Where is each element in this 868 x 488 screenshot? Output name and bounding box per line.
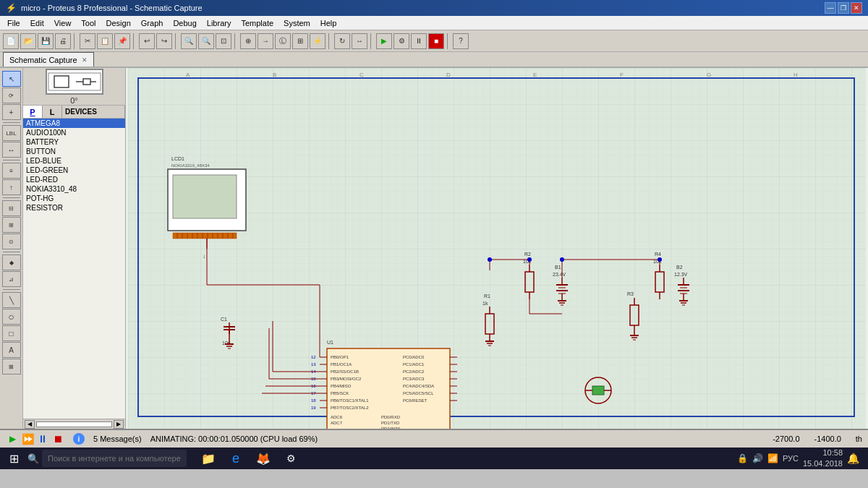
stop-btn[interactable]: ■: [428, 33, 444, 49]
search-box[interactable]: [42, 450, 187, 467]
resistor-btn[interactable]: ⊟: [2, 200, 21, 216]
mirror-btn[interactable]: ↔: [352, 33, 367, 49]
print-btn[interactable]: 🖨: [55, 33, 71, 49]
panel-tab-libs[interactable]: L: [43, 106, 62, 118]
scroll-right-btn[interactable]: ▶: [114, 420, 124, 429]
component-item[interactable]: BATTERY: [23, 137, 125, 147]
svg-text:1k: 1k: [482, 301, 488, 306]
lbl-btn[interactable]: LBL: [2, 125, 21, 141]
junction-btn[interactable]: +: [2, 104, 21, 120]
bus-btn[interactable]: ⊞: [292, 33, 308, 49]
svg-text:PB6/TOSC1/XTAL1: PB6/TOSC1/XTAL1: [331, 398, 369, 403]
taskbar-special-btn[interactable]: ⚙: [278, 448, 304, 469]
redo-btn[interactable]: ↪: [156, 33, 172, 49]
taskbar-explorer-btn[interactable]: 📁: [195, 448, 221, 469]
label-btn[interactable]: Ⓛ: [275, 33, 291, 49]
start-button[interactable]: ⊞: [3, 448, 25, 469]
sep7: [447, 33, 450, 49]
rotation-display: 0°: [70, 96, 78, 105]
select-tool-btn[interactable]: ↖: [2, 71, 21, 87]
scrollbar-track[interactable]: [36, 421, 112, 427]
text-btn[interactable]: A: [2, 342, 21, 358]
close-button[interactable]: ✕: [851, 2, 862, 14]
tab-close-btn[interactable]: ✕: [82, 56, 88, 64]
panel-scrollbar[interactable]: ◀ ▶: [23, 419, 125, 429]
zoom-in-btn[interactable]: 🔍: [181, 33, 197, 49]
pause-btn[interactable]: ⏸: [411, 33, 427, 49]
rect-btn[interactable]: □: [2, 325, 21, 341]
search-input[interactable]: [48, 454, 181, 463]
help-btn[interactable]: ?: [453, 33, 469, 49]
component-item[interactable]: RESISTOR: [23, 203, 125, 213]
svg-text:PD2/INT0: PD2/INT0: [381, 427, 401, 429]
debug-run-btn[interactable]: ⚙: [393, 33, 409, 49]
open-btn[interactable]: 📂: [20, 33, 36, 49]
schematic-canvas[interactable]: A B C D E F G H LCD1 NOKIA3310_48X34: [126, 68, 868, 429]
component-item[interactable]: LED-RED: [23, 175, 125, 184]
menu-template[interactable]: Template: [237, 17, 278, 29]
new-btn[interactable]: 📄: [3, 33, 19, 49]
cursor-btn[interactable]: ⊿: [2, 271, 21, 287]
restore-button[interactable]: ❐: [838, 2, 849, 14]
component-item[interactable]: ATMEGA8: [23, 119, 125, 128]
menu-view[interactable]: View: [50, 17, 76, 29]
menu-tool[interactable]: Tool: [77, 17, 100, 29]
up-btn[interactable]: ↑: [2, 179, 21, 195]
power-sym-btn[interactable]: ⊞: [2, 217, 21, 233]
power-btn[interactable]: ⚡: [310, 33, 326, 49]
svg-text:B1: B1: [555, 265, 561, 270]
schematic-tab[interactable]: Schematic Capture ✕: [3, 52, 94, 67]
sym-btn[interactable]: ⊠: [2, 359, 21, 374]
menu-design[interactable]: Design: [102, 17, 135, 29]
component-item[interactable]: LED-BLUE: [23, 156, 125, 166]
wire-draw-btn[interactable]: ≡: [2, 163, 21, 179]
save-btn[interactable]: 💾: [38, 33, 54, 49]
menu-debug[interactable]: Debug: [169, 17, 200, 29]
component-item[interactable]: BUTTON: [23, 147, 125, 156]
component-item[interactable]: LED-GREEN: [23, 166, 125, 175]
schematic-svg: A B C D E F G H LCD1 NOKIA3310_48X34: [126, 68, 868, 429]
svg-point-177: [527, 257, 532, 262]
line-btn[interactable]: ╲: [2, 292, 21, 308]
menu-system[interactable]: System: [279, 17, 315, 29]
minimize-button[interactable]: —: [825, 2, 836, 14]
copy-btn[interactable]: 📋: [97, 33, 113, 49]
svg-text:D: D: [446, 72, 451, 78]
menu-file[interactable]: File: [3, 17, 25, 29]
gen-btn[interactable]: ⊙: [2, 234, 21, 249]
taskbar-network-icon: 🔒: [737, 453, 748, 463]
component-btn[interactable]: ⊕: [240, 33, 256, 49]
panel-tab-parts[interactable]: P: [23, 106, 43, 118]
menu-help[interactable]: Help: [316, 17, 341, 29]
circle-btn[interactable]: ○: [2, 309, 21, 325]
component-item[interactable]: AUDIO100N: [23, 128, 125, 137]
undo-btn[interactable]: ↩: [139, 33, 155, 49]
taskbar-firefox-btn[interactable]: 🦊: [250, 448, 276, 469]
wire-btn[interactable]: →: [258, 33, 273, 49]
zoom-out-btn[interactable]: 🔍: [198, 33, 214, 49]
scroll-left-btn[interactable]: ◀: [25, 420, 35, 429]
left-arrow-btn[interactable]: ↔: [2, 142, 21, 158]
probe-btn[interactable]: ◆: [2, 254, 21, 270]
draw-component-btn[interactable]: ⟳: [2, 87, 21, 103]
taskbar-edge-btn[interactable]: e: [223, 448, 249, 469]
play-button[interactable]: ▶: [6, 432, 19, 445]
component-item[interactable]: NOKIA3310_48: [23, 184, 125, 194]
component-item[interactable]: POT-HG: [23, 194, 125, 203]
search-icon: 🔍: [27, 453, 39, 464]
svg-text:R3: R3: [627, 291, 634, 296]
run-btn[interactable]: ▶: [376, 33, 392, 49]
component-list[interactable]: ATMEGA8AUDIO100NBATTERYBUTTONLED-BLUELED…: [23, 119, 125, 419]
menu-library[interactable]: Library: [203, 17, 236, 29]
stop-button[interactable]: ⏹: [51, 432, 64, 445]
zoom-fit-btn[interactable]: ⊡: [216, 33, 231, 49]
devices-header: DEVICES: [62, 106, 125, 118]
menu-edit[interactable]: Edit: [26, 17, 48, 29]
play-fast-button[interactable]: ⏩: [21, 432, 34, 445]
menu-graph[interactable]: Graph: [137, 17, 168, 29]
pause-button[interactable]: ⏸: [36, 432, 49, 445]
rotate-btn[interactable]: ↻: [334, 33, 350, 49]
cut-btn[interactable]: ✂: [80, 33, 95, 49]
paste-btn[interactable]: 📌: [114, 33, 130, 49]
title-bar-left: ⚡ micro - Proteus 8 Professional - Schem…: [6, 3, 203, 13]
